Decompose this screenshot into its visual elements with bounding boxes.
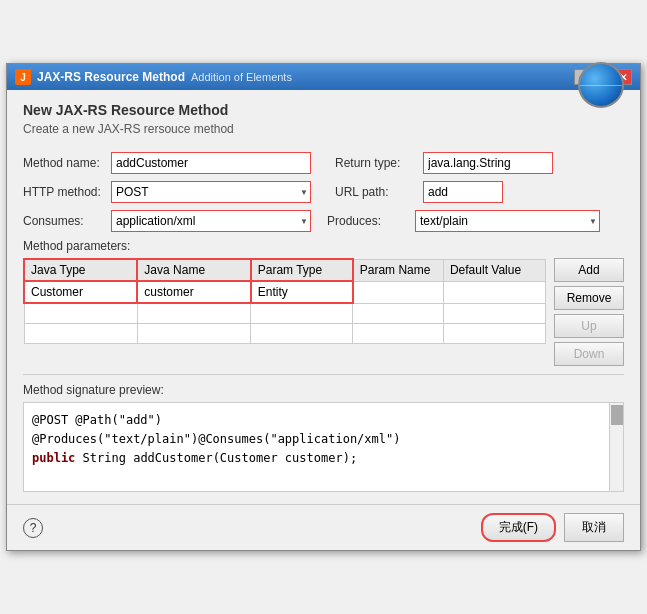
preview-keyword: public <box>32 451 75 465</box>
preview-line3: public String addCustomer(Customer custo… <box>32 449 599 468</box>
bottom-buttons: 完成(F) 取消 <box>481 513 624 542</box>
globe-icon <box>578 62 624 108</box>
url-path-input[interactable] <box>423 181 503 203</box>
title-bar-left: J JAX-RS Resource Method Addition of Ele… <box>15 69 292 85</box>
table-row-empty <box>24 303 546 323</box>
table-row-empty2 <box>24 323 546 343</box>
preview-line1: @POST @Path("add") <box>32 411 599 430</box>
consumes-select-wrapper: application/xml application/json text/pl… <box>111 210 311 232</box>
params-table-wrapper: Java Type Java Name Param Type Param Nam… <box>23 258 546 366</box>
cell-java-type: Customer <box>24 281 137 303</box>
method-name-label: Method name: <box>23 156 103 170</box>
consumes-label: Consumes: <box>23 214 103 228</box>
method-name-row: Method name: Return type: <box>23 152 624 174</box>
preview-area: @POST @Path("add") @Produces("text/plain… <box>23 402 624 492</box>
http-method-label: HTTP method: <box>23 185 103 199</box>
finish-button[interactable]: 完成(F) <box>481 513 556 542</box>
remove-button[interactable]: Remove <box>554 286 624 310</box>
cell-java-name: customer <box>137 281 250 303</box>
consumes-produces-row: Consumes: application/xml application/js… <box>23 210 624 232</box>
dialog-subtitle: Create a new JAX-RS rersouce method <box>23 122 234 136</box>
consumes-select[interactable]: application/xml application/json text/pl… <box>111 210 311 232</box>
produces-label: Produces: <box>327 214 407 228</box>
cell-default-value <box>443 281 545 303</box>
app-icon: J <box>15 69 31 85</box>
bottom-bar: ? 完成(F) 取消 <box>7 504 640 550</box>
divider <box>23 374 624 375</box>
help-icon[interactable]: ? <box>23 518 43 538</box>
preview-line2: @Produces("text/plain")@Consumes("applic… <box>32 430 599 449</box>
return-type-label: Return type: <box>335 156 415 170</box>
window-subtitle: Addition of Elements <box>191 71 292 83</box>
down-button[interactable]: Down <box>554 342 624 366</box>
title-bar: J JAX-RS Resource Method Addition of Ele… <box>7 64 640 90</box>
add-button[interactable]: Add <box>554 258 624 282</box>
scrollbar-thumb <box>611 405 623 425</box>
col-java-type: Java Type <box>24 259 137 281</box>
method-name-input[interactable] <box>111 152 311 174</box>
window-title: JAX-RS Resource Method <box>37 70 185 84</box>
produces-select-wrapper: text/plain application/xml application/j… <box>415 210 600 232</box>
header-row: New JAX-RS Resource Method Create a new … <box>23 102 624 150</box>
http-method-select-wrapper: POST GET PUT DELETE <box>111 181 311 203</box>
cell-param-name <box>353 281 444 303</box>
return-type-input[interactable] <box>423 152 553 174</box>
col-param-type: Param Type <box>251 259 353 281</box>
col-param-name: Param Name <box>353 259 444 281</box>
preview-label: Method signature preview: <box>23 383 624 397</box>
dialog-window: J JAX-RS Resource Method Addition of Ele… <box>6 63 641 551</box>
preview-text: @POST @Path("add") @Produces("text/plain… <box>32 411 615 469</box>
params-table: Java Type Java Name Param Type Param Nam… <box>23 258 546 344</box>
cell-param-type: Entity <box>251 281 353 303</box>
action-buttons: Add Remove Up Down <box>554 258 624 366</box>
preview-scrollbar[interactable] <box>609 403 623 491</box>
col-default-value: Default Value <box>443 259 545 281</box>
up-button[interactable]: Up <box>554 314 624 338</box>
produces-select[interactable]: text/plain application/xml application/j… <box>415 210 600 232</box>
cancel-button[interactable]: 取消 <box>564 513 624 542</box>
table-row[interactable]: Customer customer Entity <box>24 281 546 303</box>
http-method-select[interactable]: POST GET PUT DELETE <box>111 181 311 203</box>
params-section-label: Method parameters: <box>23 239 624 253</box>
dialog-title: New JAX-RS Resource Method <box>23 102 234 118</box>
preview-line3-rest: String addCustomer(Customer customer); <box>75 451 357 465</box>
dialog-header: New JAX-RS Resource Method Create a new … <box>23 102 234 150</box>
col-java-name: Java Name <box>137 259 250 281</box>
params-area: Java Type Java Name Param Type Param Nam… <box>23 258 624 366</box>
http-method-row: HTTP method: POST GET PUT DELETE URL pat… <box>23 181 624 203</box>
dialog-content: New JAX-RS Resource Method Create a new … <box>7 90 640 504</box>
url-path-label: URL path: <box>335 185 415 199</box>
